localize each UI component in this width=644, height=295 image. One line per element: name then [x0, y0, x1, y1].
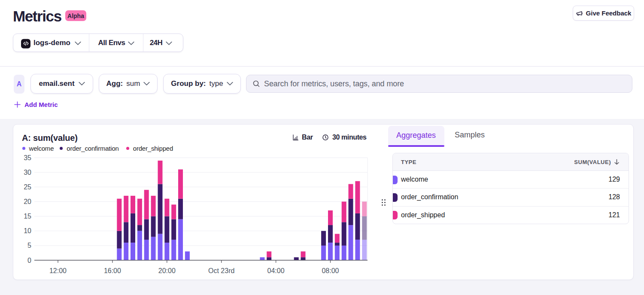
- svg-text:20:00: 20:00: [158, 267, 176, 274]
- svg-text:16:00: 16:00: [104, 267, 121, 274]
- svg-text:35: 35: [24, 154, 31, 161]
- svg-text:25: 25: [24, 183, 31, 191]
- svg-text:10: 10: [24, 227, 31, 234]
- svg-text:Oct 23rd: Oct 23rd: [208, 267, 234, 274]
- svg-text:0: 0: [27, 257, 31, 264]
- svg-text:04:00: 04:00: [267, 267, 285, 274]
- svg-text:30: 30: [24, 169, 31, 176]
- svg-text:08:00: 08:00: [322, 267, 339, 274]
- svg-text:5: 5: [27, 242, 31, 249]
- svg-text:15: 15: [24, 213, 31, 220]
- svg-text:20: 20: [24, 198, 31, 205]
- svg-text:12:00: 12:00: [49, 267, 67, 274]
